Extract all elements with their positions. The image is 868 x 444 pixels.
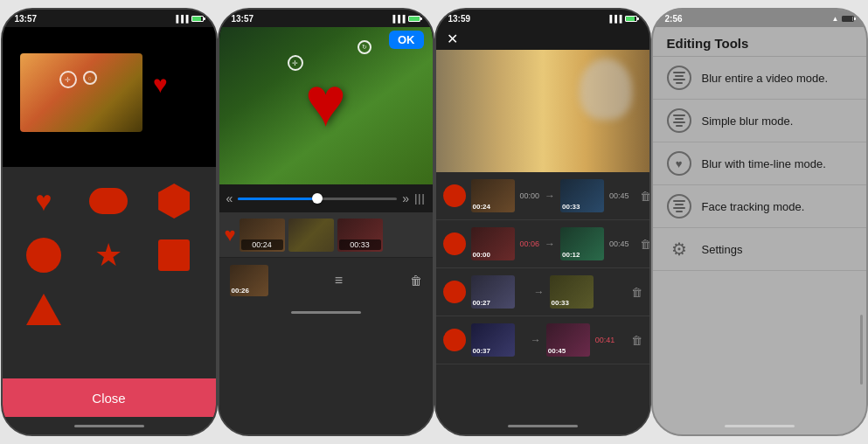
video-preview-2: ♥ ✛ ↻: [219, 27, 433, 184]
star-shape[interactable]: ★: [94, 237, 122, 274]
scrubber-track[interactable]: [238, 198, 397, 200]
status-icons-1: ▐▐▐: [173, 15, 203, 23]
clip-to-4: 00:45: [546, 323, 590, 357]
wifi-icon: ▲: [832, 15, 839, 23]
clip-thumb-3[interactable]: 00:33: [337, 219, 383, 252]
blur-entire-icon: [667, 66, 691, 90]
phone3-content: ✕ 00:24 00:00 → 00:33 00:45: [436, 27, 649, 434]
blur-lines-icon-1: [670, 69, 688, 87]
clip-row-3[interactable]: 00:27 → 00:33 🗑: [436, 268, 649, 316]
close-button-label[interactable]: Close: [92, 391, 125, 406]
shape-grid: ♥ ★: [3, 167, 216, 378]
clip-dot-1: [443, 184, 466, 207]
cloud-shape[interactable]: [89, 188, 128, 214]
scroll-indicator[interactable]: [860, 315, 863, 385]
video-preview-1: ♥ ✛ ○: [3, 27, 216, 167]
ok-button[interactable]: OK: [389, 31, 424, 49]
shape-item-cloud[interactable]: [81, 179, 136, 223]
top-bar-3: ✕: [436, 27, 649, 50]
status-icons-2: ▐▐▐: [390, 15, 420, 23]
close-bar[interactable]: Close: [3, 378, 216, 417]
clip-dot-4: [443, 329, 466, 351]
trash-1[interactable]: 🗑: [640, 190, 649, 203]
clip-thumb-2[interactable]: [288, 219, 334, 252]
delete-clip-icon[interactable]: 🗑: [410, 274, 422, 288]
move-handle-1[interactable]: ✛: [59, 71, 77, 88]
forward-icon[interactable]: »: [402, 191, 409, 205]
square-shape[interactable]: [158, 239, 190, 271]
trash-2[interactable]: 🗑: [640, 238, 649, 251]
tool-item-face-tracking[interactable]: Face tracking mode.: [653, 185, 866, 228]
clip-from-4: 00:37: [471, 323, 515, 357]
clip-row-2[interactable]: 00:00 00:06 → 00:12 00:45 🗑: [436, 220, 649, 268]
tool-label-blur-entire: Blur entire a video mode.: [702, 72, 829, 85]
shape-item-heart[interactable]: ♥: [17, 179, 72, 223]
shape-item-square[interactable]: [147, 233, 202, 277]
filter-icon[interactable]: ≡: [335, 273, 343, 288]
signal-icon: ▐▐▐: [173, 15, 188, 23]
clip-row-4[interactable]: 00:37 → 00:45 00:41 🗑: [436, 316, 649, 364]
tool-label-face-tracking: Face tracking mode.: [702, 200, 805, 213]
rotate-handle[interactable]: ↻: [358, 40, 372, 54]
home-indicator-2: [219, 303, 433, 321]
heart-shape[interactable]: ♥: [35, 185, 52, 218]
scrubber-bar: « » |||: [219, 184, 433, 212]
shape-item-circle[interactable]: [17, 233, 72, 277]
tool-item-simple-blur[interactable]: Simple blur mode.: [653, 100, 866, 142]
to-sub-4: 00:41: [595, 336, 615, 344]
clip-small-time: 00:26: [232, 287, 249, 295]
arrow-icon-2: →: [545, 238, 555, 250]
shape-item-triangle[interactable]: [17, 288, 72, 331]
shape-item-star[interactable]: ★: [81, 233, 136, 277]
face-tracking-icon: [667, 194, 691, 219]
more-options-icon[interactable]: |||: [414, 192, 425, 205]
timeline-row-1: ♥ 00:24 00:33: [219, 212, 433, 258]
tool-label-timeline-blur: Blur with time-line mode.: [702, 157, 826, 170]
tool-item-timeline-blur[interactable]: ♥ Blur with time-line mode.: [653, 142, 866, 185]
hexagon-shape[interactable]: [158, 184, 190, 219]
move-handle-2[interactable]: ✛: [288, 55, 303, 71]
home-indicator-3: [436, 417, 649, 434]
clip-small-thumb[interactable]: 00:26: [230, 265, 268, 296]
video-thumb-1: [20, 53, 142, 132]
phone2-content: OK ♥ ✛ ↻ « » ||| ♥ 00:24 00:33: [219, 27, 433, 434]
timeline-heart-icon: ♥: [225, 224, 236, 246]
face-blur-overlay: [580, 59, 632, 120]
tool-item-settings[interactable]: ⚙ Settings: [653, 228, 866, 271]
shape-item-hexagon[interactable]: [147, 179, 202, 223]
clip-to-3: 00:33: [550, 275, 594, 309]
trash-4[interactable]: 🗑: [631, 334, 642, 347]
clip-time-3: 00:33: [339, 239, 381, 250]
status-bar-1: 13:57 ▐▐▐: [3, 10, 216, 27]
phone2: 13:57 ▐▐▐ OK ♥ ✛ ↻ « » ||| ♥ 0: [218, 8, 434, 436]
clip-thumb-1[interactable]: 00:24: [240, 219, 285, 252]
status-bar-3: 13:59 ▐▐▐: [436, 10, 649, 27]
status-time-2: 13:57: [232, 14, 254, 24]
phone4-content: Editing Tools Blur entire a video mode.: [653, 27, 866, 417]
resize-handle-1[interactable]: ○: [83, 71, 97, 85]
clip-from-1: 00:24: [471, 179, 515, 212]
battery-icon-2: [408, 16, 420, 22]
blur-lines-icon-2: [670, 112, 688, 129]
circle-shape[interactable]: [26, 238, 61, 273]
home-indicator-1: [3, 417, 216, 434]
clip-from-3: 00:27: [471, 275, 515, 309]
tool-item-blur-entire[interactable]: Blur entire a video mode.: [653, 57, 866, 100]
rewind-icon[interactable]: «: [226, 191, 233, 205]
clip-dot-2: [443, 232, 466, 255]
triangle-shape[interactable]: [26, 294, 61, 325]
big-heart-sticker[interactable]: ♥: [305, 62, 347, 142]
status-time-4: 2:56: [665, 14, 683, 24]
status-bar-2: 13:57 ▐▐▐: [219, 10, 433, 27]
heart-sticker-overlay: ♥: [153, 71, 168, 99]
settings-gear-icon: ⚙: [667, 237, 691, 261]
battery-icon-1: [191, 16, 204, 22]
from-sub-1: 00:00: [520, 191, 540, 200]
status-time-1: 13:57: [15, 14, 38, 24]
close-x-button[interactable]: ✕: [447, 31, 458, 47]
scrubber-thumb[interactable]: [312, 193, 323, 204]
status-bar-4: 2:56 ▲: [653, 10, 866, 27]
clip-row-1[interactable]: 00:24 00:00 → 00:33 00:45 🗑: [436, 172, 649, 220]
trash-3[interactable]: 🗑: [631, 286, 642, 299]
scrubber-fill: [238, 198, 317, 200]
